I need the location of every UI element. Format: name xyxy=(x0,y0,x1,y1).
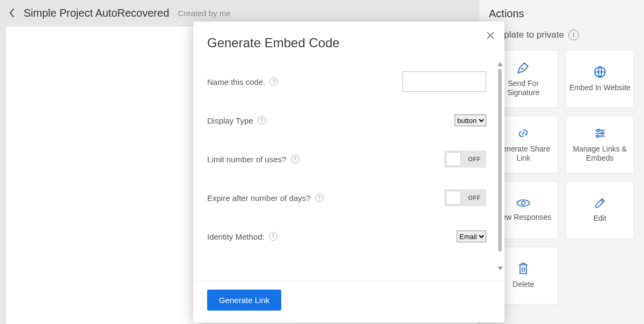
svg-point-4 xyxy=(596,135,598,137)
action-edit[interactable]: Edit xyxy=(566,181,635,239)
action-embed-website[interactable]: Embed In Website xyxy=(566,50,635,108)
svg-point-3 xyxy=(601,132,603,134)
action-label: Embed In Website xyxy=(569,83,631,93)
page-title: Simple Project AutoRecovered xyxy=(24,7,169,19)
name-code-input[interactable] xyxy=(402,71,486,92)
pen-nib-icon xyxy=(516,61,530,75)
eye-icon xyxy=(516,198,531,208)
help-icon[interactable]: ? xyxy=(291,155,299,163)
link-icon xyxy=(516,126,530,140)
row-limit-uses: Limit number of uses? ? OFF xyxy=(207,140,486,178)
help-icon[interactable]: ? xyxy=(269,77,278,86)
modal-body: Name this code. ? Display Type ? button … xyxy=(193,57,504,280)
info-icon[interactable]: i xyxy=(568,30,579,40)
help-icon[interactable]: ? xyxy=(269,232,277,241)
generate-link-button[interactable]: Generate Link xyxy=(207,290,281,311)
row-expire-days: Expire after number of days? ? OFF xyxy=(207,178,486,217)
action-manage-links-embeds[interactable]: Manage Links & Embeds xyxy=(566,116,635,174)
back-button[interactable] xyxy=(5,6,18,19)
scroll-down-arrow[interactable] xyxy=(497,267,503,270)
action-label: Delete xyxy=(513,280,534,290)
expire-days-toggle[interactable]: OFF xyxy=(444,189,486,206)
created-by-label: Created by me xyxy=(178,9,230,18)
display-type-select[interactable]: button xyxy=(455,114,486,126)
row-name-code: Name this code. ? xyxy=(207,62,486,101)
help-icon[interactable]: ? xyxy=(315,193,324,202)
toggle-knob xyxy=(446,191,461,205)
modal-footer: Generate Link xyxy=(193,280,504,322)
expire-days-label: Expire after number of days? xyxy=(207,193,311,203)
close-icon xyxy=(486,31,495,40)
help-icon[interactable]: ? xyxy=(258,116,266,125)
template-privacy-row[interactable]: template to private i xyxy=(489,30,634,40)
trash-icon xyxy=(517,262,529,276)
action-label: Edit xyxy=(594,214,606,224)
globe-icon xyxy=(593,65,607,79)
scroll-up-arrow[interactable] xyxy=(497,62,503,66)
actions-title: Actions xyxy=(489,8,634,20)
scrollbar-thumb[interactable] xyxy=(498,69,502,251)
pencil-icon xyxy=(594,197,606,210)
display-type-label: Display Type xyxy=(207,116,253,125)
svg-point-0 xyxy=(521,68,523,69)
toggle-state: OFF xyxy=(463,156,486,162)
identity-method-label: Identity Method: xyxy=(207,232,265,241)
close-button[interactable] xyxy=(484,29,497,42)
name-code-label: Name this code. xyxy=(207,77,265,87)
limit-uses-label: Limit number of uses? xyxy=(207,155,287,164)
limit-uses-toggle[interactable]: OFF xyxy=(444,150,486,168)
toggle-knob xyxy=(446,152,461,166)
svg-point-5 xyxy=(522,201,525,205)
generate-embed-modal: Generate Embed Code Name this code. ? Di… xyxy=(193,21,504,322)
modal-title: Generate Embed Code xyxy=(193,21,504,57)
row-display-type: Display Type ? button xyxy=(207,101,486,140)
action-label: Manage Links & Embeds xyxy=(568,145,632,163)
svg-point-2 xyxy=(597,129,599,131)
row-identity-method: Identity Method: ? Email xyxy=(207,217,486,256)
toggle-state: OFF xyxy=(463,195,486,201)
identity-method-select[interactable]: Email xyxy=(457,231,486,242)
sliders-icon xyxy=(593,126,607,140)
